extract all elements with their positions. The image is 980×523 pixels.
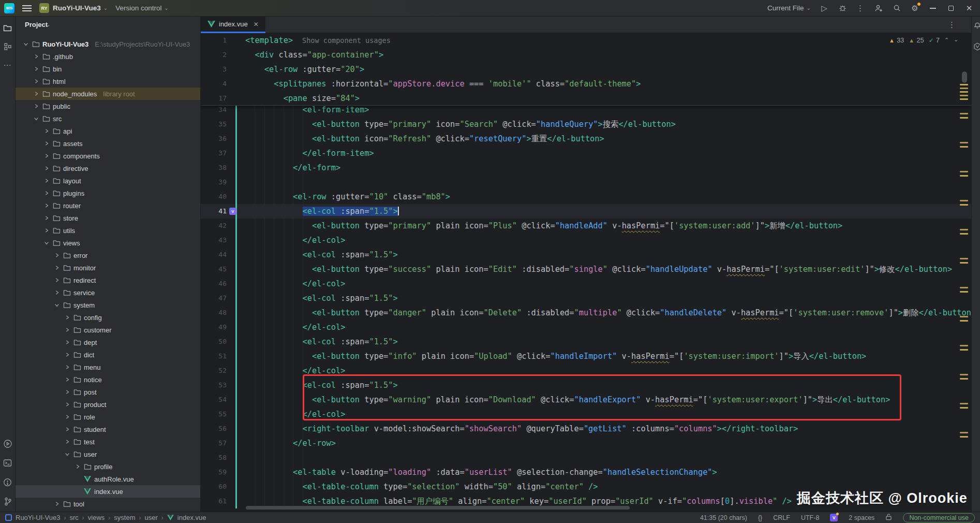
tab-options-kebab-icon[interactable]: ⋮	[948, 20, 956, 30]
tree-item-utils[interactable]: utils	[16, 224, 200, 237]
tree-item-monitor[interactable]: monitor	[16, 262, 200, 274]
run-config-selector[interactable]: Current File ⌄	[767, 4, 811, 12]
vcs-widget[interactable]: Version control ⌄	[115, 4, 169, 12]
tree-chevron-icon[interactable]	[43, 165, 50, 171]
tree-chevron-icon[interactable]	[64, 376, 70, 383]
tree-item-test[interactable]: test	[16, 435, 200, 448]
git-tool-icon[interactable]	[3, 496, 13, 506]
file-encoding[interactable]: UTF-8	[801, 514, 819, 521]
caret-position[interactable]: 41:35 (20 chars)	[700, 514, 747, 521]
window-maximize-button[interactable]	[946, 4, 956, 13]
tree-chevron-icon[interactable]	[43, 215, 50, 221]
tree-item-user[interactable]: user	[16, 448, 200, 460]
tree-item-dept[interactable]: dept	[16, 336, 200, 348]
breadcrumb-item[interactable]: src	[69, 514, 78, 521]
tree-chevron-icon[interactable]	[33, 115, 39, 122]
tree-chevron-icon[interactable]	[64, 314, 70, 321]
code-line-57[interactable]: 57 </el-row>	[201, 436, 971, 451]
code-line-41[interactable]: 41 <el-col :span="1.5">	[201, 204, 971, 219]
weak-warning-count[interactable]: ▲25	[909, 36, 924, 44]
code-line-58[interactable]: 58	[201, 451, 971, 465]
tree-chevron-icon[interactable]	[64, 364, 70, 370]
tree-chevron-icon[interactable]	[43, 227, 50, 234]
tree-item-index-vue[interactable]: index.vue	[16, 485, 200, 498]
tree-chevron-icon[interactable]	[54, 277, 60, 283]
line-separator[interactable]: CRLF	[773, 514, 790, 521]
tree-chevron-icon[interactable]	[23, 41, 29, 47]
tree-chevron-icon[interactable]	[64, 414, 70, 420]
tree-chevron-icon[interactable]	[64, 327, 70, 333]
code-line-37[interactable]: 37 </el-form-item>	[201, 146, 971, 161]
tree-chevron-icon[interactable]	[64, 439, 70, 445]
search-icon[interactable]	[892, 4, 901, 13]
vertical-scrollbar-thumb[interactable]	[962, 71, 967, 83]
vue-devtools-icon[interactable]	[973, 42, 980, 53]
tree-chevron-icon[interactable]	[54, 501, 60, 507]
window-close-button[interactable]: ✕	[964, 4, 974, 13]
code-line-56[interactable]: 56 <right-toolbar v-model:showSearch="sh…	[201, 422, 971, 436]
tree-item-authRole-vue[interactable]: authRole.vue	[16, 473, 200, 485]
tree-chevron-icon[interactable]	[54, 302, 60, 308]
project-tool-icon[interactable]	[3, 23, 13, 33]
tree-item-public[interactable]: public	[16, 100, 200, 112]
tree-chevron-icon[interactable]	[54, 265, 60, 271]
tree-chevron-icon[interactable]	[75, 463, 81, 470]
tree-item-src[interactable]: src	[16, 112, 200, 125]
tree-item-RuoYi-UI-Vue3[interactable]: RuoYi-UI-Vue3E:\studyProjects\RuoYi-UI-V…	[16, 38, 200, 50]
tree-item-post[interactable]: post	[16, 386, 200, 398]
tree-chevron-icon[interactable]	[43, 202, 50, 209]
tree-chevron-icon[interactable]	[33, 78, 39, 84]
run-button[interactable]: ▷	[820, 4, 829, 13]
window-minimize-button[interactable]	[928, 4, 938, 13]
code-line-48[interactable]: 48 <el-button type="danger" plain icon="…	[201, 306, 971, 320]
code-line-1[interactable]: 1<template>Show component usages	[201, 33, 971, 48]
tree-item-error[interactable]: error	[16, 249, 200, 262]
prev-problem-icon[interactable]: ⌃	[944, 37, 949, 43]
tree-item-components[interactable]: components	[16, 150, 200, 162]
more-tools-icon[interactable]: ⋯	[3, 60, 13, 70]
tree-item-router[interactable]: router	[16, 199, 200, 212]
lock-icon[interactable]	[885, 513, 892, 522]
tree-item-directive[interactable]: directive	[16, 162, 200, 175]
tree-chevron-icon[interactable]	[33, 66, 39, 72]
project-widget[interactable]: RY RuoYi-UI-Vue3 ⌄	[39, 3, 108, 13]
tree-chevron-icon[interactable]	[64, 352, 70, 358]
tree-chevron-icon[interactable]	[54, 289, 60, 296]
tree-item-html[interactable]: html	[16, 75, 200, 88]
tree-chevron-icon[interactable]	[64, 426, 70, 432]
gutter-vue-icon[interactable]: V	[229, 208, 236, 215]
tree-item-student[interactable]: student	[16, 423, 200, 435]
code-line-4[interactable]: 4 <splitpanes :horizontal="appStore.devi…	[201, 77, 971, 91]
tree-item-assets[interactable]: assets	[16, 137, 200, 150]
code-line-38[interactable]: 38 </el-form>	[201, 161, 971, 175]
tree-chevron-icon[interactable]	[64, 451, 70, 457]
code-line-49[interactable]: 49 </el-col>	[201, 320, 971, 335]
terminal-tool-icon[interactable]	[3, 458, 13, 468]
run-tool-icon[interactable]	[3, 439, 13, 449]
code-line-44[interactable]: 44 <el-col :span="1.5">	[201, 248, 971, 262]
tree-item-config[interactable]: config	[16, 311, 200, 324]
tree-item-menu[interactable]: menu	[16, 361, 200, 373]
next-problem-icon[interactable]: ⌃	[954, 36, 958, 42]
tree-item-product[interactable]: product	[16, 398, 200, 411]
code-line-34[interactable]: 34 <el-form-item>	[201, 106, 971, 117]
tree-item-system[interactable]: system	[16, 299, 200, 311]
tab-close-icon[interactable]: ✕	[254, 21, 259, 28]
code-line-47[interactable]: 47 <el-col :span="1.5">	[201, 291, 971, 306]
tree-chevron-icon[interactable]	[33, 103, 39, 109]
tree-item-layout[interactable]: layout	[16, 175, 200, 187]
vue-service-icon[interactable]: V	[830, 514, 838, 521]
tree-item-notice[interactable]: notice	[16, 373, 200, 386]
tree-chevron-icon[interactable]	[64, 339, 70, 345]
breadcrumb-item[interactable]: views	[88, 514, 105, 521]
tree-chevron-icon[interactable]	[43, 140, 50, 147]
code-line-39[interactable]: 39	[201, 175, 971, 190]
tree-item-service[interactable]: service	[16, 286, 200, 299]
code-line-42[interactable]: 42 <el-button type="primary" plain icon=…	[201, 219, 971, 233]
code-line-50[interactable]: 50 <el-col :span="1.5">	[201, 335, 971, 349]
code-line-17[interactable]: 17 <pane size="84">	[201, 91, 971, 106]
main-menu-icon[interactable]	[22, 5, 32, 11]
code-line-35[interactable]: 35 <el-button type="primary" icon="Searc…	[201, 117, 971, 132]
breadcrumb-item[interactable]: user	[145, 514, 158, 521]
breadcrumb-item[interactable]: system	[114, 514, 135, 521]
